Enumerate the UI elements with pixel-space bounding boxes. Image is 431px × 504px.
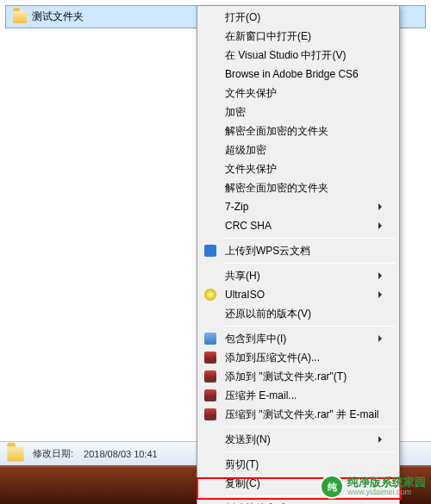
menu-item-label: 共享(H): [220, 269, 378, 283]
folder-icon: [7, 446, 23, 461]
menu-item[interactable]: 共享(H): [199, 266, 397, 285]
menu-item-label: 压缩到 "测试文件夹.rar" 并 E-mail: [220, 408, 382, 422]
menu-item-label: 剪切(T): [220, 457, 382, 472]
status-value: 2018/08/03 10:41: [84, 449, 158, 459]
menu-item[interactable]: 超级加密: [199, 140, 397, 159]
uiso-icon: [204, 289, 216, 301]
menu-item-label: 解密全面加密的文件夹: [220, 181, 382, 196]
menu-item[interactable]: 加密: [199, 103, 397, 121]
rar-icon: [204, 370, 216, 383]
context-menu[interactable]: 打开(O)在新窗口中打开(E)在 Visual Studio 中打开(V)Bro…: [197, 5, 400, 504]
menu-item[interactable]: 创建快捷方式(S): [199, 499, 397, 504]
menu-item-label: 解密全面加密的文件夹: [220, 124, 382, 139]
rar-icon: [204, 389, 216, 401]
menu-item[interactable]: 压缩到 "测试文件夹.rar" 并 E-mail: [199, 405, 397, 424]
menu-item[interactable]: 在新窗口中打开(E): [199, 27, 397, 46]
menu-item-label: 在新窗口中打开(E): [220, 29, 382, 44]
rar-icon: [201, 408, 220, 420]
watermark-line2: www.yidaimei.com: [347, 488, 411, 497]
menu-item[interactable]: 上传到WPS云文档: [199, 241, 397, 260]
wps-icon: [204, 245, 216, 257]
rar-icon: [201, 370, 220, 383]
menu-item-label: 7-Zip: [220, 201, 378, 213]
menu-item-label: 超级加密: [220, 143, 382, 158]
uiso-icon: [201, 289, 220, 301]
chevron-right-icon: [378, 272, 382, 279]
menu-item-label: 添加到 "测试文件夹.rar"(T): [220, 370, 382, 384]
menu-item-label: 文件夹保护: [220, 86, 382, 101]
menu-item-label: 还原以前的版本(V): [220, 307, 382, 321]
menu-item-label: 文件夹保护: [220, 162, 382, 177]
menu-item[interactable]: 7-Zip: [199, 197, 397, 216]
menu-item-label: UltraISO: [220, 289, 378, 301]
wps-icon: [201, 245, 220, 257]
menu-item[interactable]: 文件夹保护: [199, 159, 397, 178]
chevron-right-icon: [378, 436, 382, 443]
menu-item[interactable]: 添加到 "测试文件夹.rar"(T): [199, 367, 397, 386]
menu-item[interactable]: 在 Visual Studio 中打开(V): [199, 46, 397, 65]
menu-item-label: 创建快捷方式(S): [220, 501, 382, 505]
menu-item[interactable]: 打开(O): [199, 8, 397, 27]
lib-icon: [204, 333, 216, 345]
chevron-right-icon: [378, 203, 382, 210]
watermark-badge: 纯: [320, 475, 344, 499]
menu-item-label: 加密: [220, 105, 382, 120]
menu-item[interactable]: 解密全面加密的文件夹: [199, 121, 397, 140]
chevron-right-icon: [378, 335, 382, 342]
menu-item[interactable]: 包含到库中(I): [199, 329, 397, 348]
menu-separator: [225, 426, 396, 427]
menu-item-label: Browse in Adobe Bridge CS6: [220, 68, 382, 80]
menu-item-label: 上传到WPS云文档: [220, 244, 382, 258]
folder-name: 测试文件夹: [32, 9, 84, 24]
menu-item-label: 打开(O): [220, 10, 382, 25]
menu-separator: [225, 451, 396, 452]
menu-separator: [225, 238, 396, 239]
menu-item-label: 包含到库中(I): [220, 332, 378, 346]
menu-item[interactable]: 还原以前的版本(V): [199, 304, 397, 323]
menu-item-label: 在 Visual Studio 中打开(V): [220, 48, 382, 63]
rar-icon: [204, 408, 216, 420]
rar-icon: [204, 352, 216, 364]
folder-icon: [13, 11, 27, 23]
menu-separator: [225, 263, 396, 264]
status-label: 修改日期:: [33, 447, 73, 460]
lib-icon: [201, 333, 220, 345]
menu-item-label: CRC SHA: [220, 220, 378, 232]
menu-item[interactable]: 压缩并 E-mail...: [199, 386, 397, 405]
menu-item-label: 发送到(N): [220, 432, 378, 447]
menu-item[interactable]: 文件夹保护: [199, 84, 397, 103]
watermark: 纯 纯净版系统家园 www.yidaimei.com: [320, 475, 426, 499]
watermark-line1: 纯净版系统家园: [347, 476, 426, 488]
menu-item[interactable]: UltraISO: [199, 285, 397, 304]
menu-item-label: 压缩并 E-mail...: [220, 389, 382, 403]
rar-icon: [201, 389, 220, 401]
menu-item[interactable]: Browse in Adobe Bridge CS6: [199, 65, 397, 84]
menu-item-label: 添加到压缩文件(A)...: [220, 351, 382, 365]
menu-item[interactable]: 添加到压缩文件(A)...: [199, 348, 397, 367]
rar-icon: [201, 352, 220, 364]
chevron-right-icon: [378, 222, 382, 229]
menu-item[interactable]: CRC SHA: [199, 216, 397, 235]
menu-item[interactable]: 发送到(N): [199, 430, 397, 449]
chevron-right-icon: [378, 291, 382, 298]
menu-item[interactable]: 剪切(T): [199, 455, 397, 474]
menu-item[interactable]: 解密全面加密的文件夹: [199, 178, 397, 197]
menu-separator: [225, 326, 396, 327]
